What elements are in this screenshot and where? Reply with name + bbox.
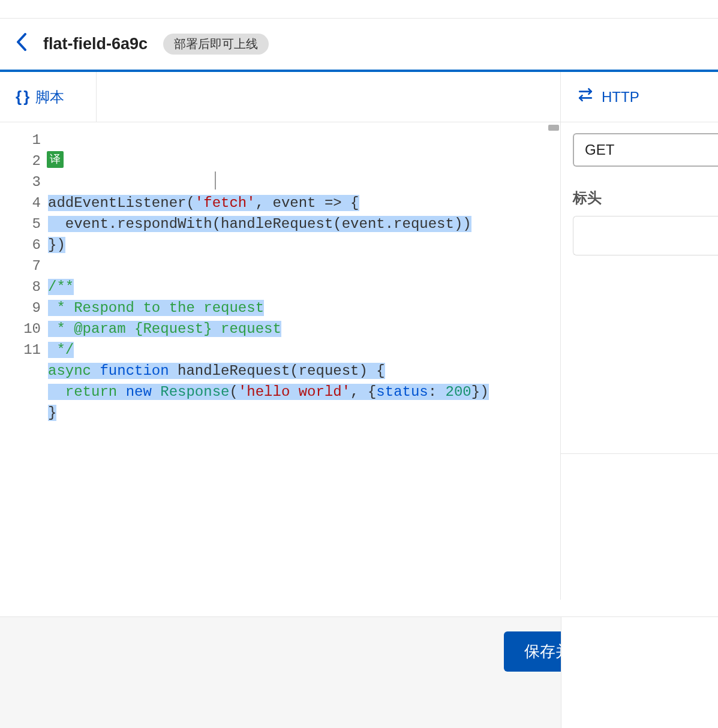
worker-name: flat-field-6a9c bbox=[43, 35, 148, 53]
line-number: 9 bbox=[0, 297, 41, 318]
braces-icon: { } bbox=[16, 88, 28, 106]
http-body: GET 标头 bbox=[561, 122, 718, 255]
line-gutter: 1234567891011 bbox=[0, 130, 48, 600]
tab-http[interactable]: HTTP bbox=[561, 72, 718, 122]
line-number: 3 bbox=[0, 172, 41, 192]
back-chevron-icon[interactable] bbox=[16, 33, 28, 55]
blank-top-panel bbox=[96, 72, 560, 122]
headers-input[interactable] bbox=[573, 216, 718, 255]
tab-script-label: 脚本 bbox=[35, 88, 64, 107]
swap-icon bbox=[578, 87, 593, 107]
text-cursor bbox=[215, 172, 216, 189]
line-number: 4 bbox=[0, 192, 41, 213]
main-area: { } 脚本 1234567891011 译 addEventListener(… bbox=[0, 70, 718, 600]
tab-http-label: HTTP bbox=[602, 89, 639, 106]
http-method-select[interactable]: GET bbox=[573, 133, 718, 167]
code-editor[interactable]: 1234567891011 译 addEventListener('fetch'… bbox=[0, 122, 560, 600]
scrollbar-thumb[interactable] bbox=[548, 125, 559, 131]
line-number: 7 bbox=[0, 255, 41, 276]
line-number: 1 bbox=[0, 130, 41, 151]
code-line[interactable]: addEventListener('fetch', event => { bbox=[48, 192, 560, 213]
http-method-value: GET bbox=[585, 142, 614, 158]
code-line[interactable] bbox=[48, 255, 560, 276]
code-line[interactable]: event.respondWith(handleRequest(event.re… bbox=[48, 213, 560, 234]
code-line[interactable]: async function handleRequest(request) { bbox=[48, 360, 560, 381]
footer-bar: 保存并部署 bbox=[0, 616, 718, 728]
logo-fragment bbox=[0, 0, 718, 5]
tab-script[interactable]: { } 脚本 bbox=[0, 88, 64, 107]
line-number: 2 bbox=[0, 151, 41, 172]
line-number: 10 bbox=[0, 318, 41, 339]
headers-label: 标头 bbox=[573, 188, 718, 207]
code-content[interactable]: addEventListener('fetch', event => { eve… bbox=[48, 130, 560, 600]
line-number: 6 bbox=[0, 234, 41, 255]
code-line[interactable]: return new Response('hello world', {stat… bbox=[48, 381, 560, 402]
status-badge: 部署后即可上线 bbox=[163, 34, 269, 55]
tab-strip: { } 脚本 bbox=[0, 72, 560, 122]
header-row: flat-field-6a9c 部署后即可上线 bbox=[0, 19, 718, 70]
code-line[interactable]: } bbox=[48, 402, 560, 423]
footer-right-blank bbox=[561, 617, 718, 728]
editor-pane: { } 脚本 1234567891011 译 addEventListener(… bbox=[0, 72, 561, 600]
line-number: 11 bbox=[0, 339, 41, 360]
http-pane: HTTP GET 标头 bbox=[561, 72, 718, 600]
code-line[interactable]: * Respond to the request bbox=[48, 297, 560, 318]
code-line[interactable]: /** bbox=[48, 276, 560, 297]
http-lower-panel bbox=[561, 453, 718, 600]
code-line[interactable]: * @param {Request} request bbox=[48, 318, 560, 339]
line-number: 5 bbox=[0, 213, 41, 234]
code-line[interactable]: }) bbox=[48, 234, 560, 255]
line-number: 8 bbox=[0, 276, 41, 297]
code-line[interactable]: */ bbox=[48, 339, 560, 360]
